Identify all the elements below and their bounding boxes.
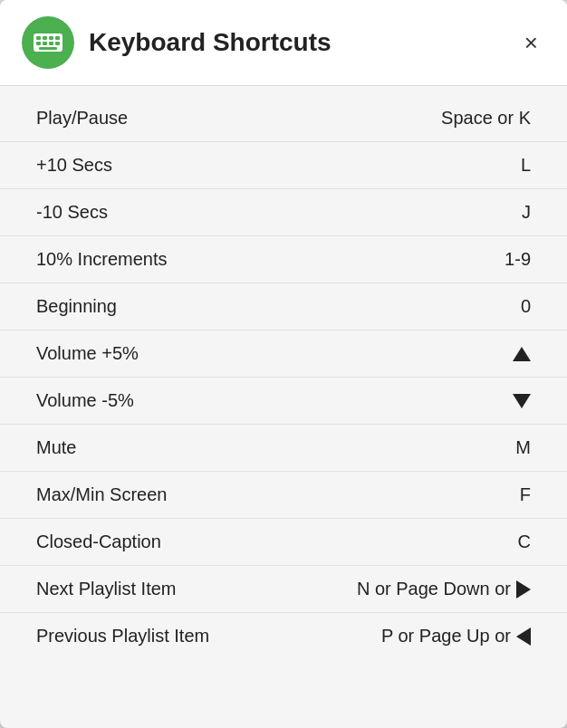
shortcut-row: Volume -5%: [0, 378, 567, 425]
modal-title: Keyboard Shortcuts: [89, 28, 332, 57]
down-arrow-icon: [513, 394, 531, 408]
left-arrow-icon: [516, 627, 531, 646]
svg-rect-8: [55, 42, 60, 45]
shortcut-label: Mute: [36, 437, 76, 458]
shortcut-label: Closed-Caption: [36, 532, 161, 552]
shortcut-label: Play/Pause: [36, 108, 128, 129]
svg-rect-3: [49, 36, 53, 40]
shortcut-label: Next Playlist Item: [36, 579, 176, 599]
shortcut-label: +10 Secs: [36, 155, 112, 176]
shortcut-label: -10 Secs: [36, 202, 108, 223]
close-button[interactable]: ×: [517, 27, 545, 58]
shortcut-label: Max/Min Screen: [36, 484, 168, 505]
shortcut-key: J: [522, 202, 531, 223]
shortcut-row: Closed-CaptionC: [0, 519, 567, 566]
shortcut-row: 10% Increments1-9: [0, 236, 567, 283]
keyboard-icon: [22, 16, 74, 69]
svg-rect-9: [39, 47, 57, 50]
shortcut-row: Previous Playlist ItemP or Page Up or: [0, 613, 567, 659]
svg-rect-7: [49, 42, 53, 45]
shortcut-key: P or Page Up or: [381, 626, 531, 647]
shortcuts-list: Play/PauseSpace or K+10 SecsL-10 SecsJ10…: [0, 86, 567, 668]
shortcut-key: 0: [521, 296, 531, 317]
shortcut-row: Max/Min ScreenF: [0, 472, 567, 519]
svg-rect-1: [36, 36, 41, 40]
shortcut-key: C: [518, 532, 531, 552]
shortcut-row: Next Playlist ItemN or Page Down or: [0, 566, 567, 613]
shortcut-key: L: [521, 155, 531, 176]
up-arrow-icon: [513, 347, 531, 361]
shortcut-label: Volume +5%: [36, 343, 139, 364]
svg-rect-6: [43, 42, 47, 45]
shortcut-key: Space or K: [441, 108, 531, 129]
header-left: Keyboard Shortcuts: [22, 16, 332, 69]
shortcut-label: Previous Playlist Item: [36, 626, 209, 647]
shortcut-key: [513, 347, 531, 361]
svg-rect-5: [36, 42, 41, 45]
shortcut-key: [513, 394, 531, 408]
shortcut-label: 10% Increments: [36, 249, 168, 270]
keyboard-shortcuts-modal: Keyboard Shortcuts × Play/PauseSpace or …: [0, 0, 567, 728]
shortcut-key: F: [520, 484, 531, 505]
shortcut-label: Beginning: [36, 296, 117, 317]
shortcut-label: Volume -5%: [36, 390, 134, 411]
shortcut-row: MuteM: [0, 425, 567, 472]
shortcut-key: N or Page Down or: [357, 579, 531, 599]
shortcut-key: M: [515, 437, 531, 458]
svg-rect-2: [43, 36, 47, 40]
shortcut-key: 1-9: [505, 249, 531, 270]
svg-rect-4: [55, 36, 60, 40]
keyboard-svg: [32, 26, 64, 59]
shortcut-row: Volume +5%: [0, 330, 567, 378]
modal-header: Keyboard Shortcuts ×: [0, 0, 567, 86]
shortcut-row: Beginning0: [0, 283, 567, 330]
shortcut-row: Play/PauseSpace or K: [0, 95, 567, 142]
right-arrow-icon: [516, 580, 531, 599]
shortcut-row: +10 SecsL: [0, 142, 567, 189]
shortcut-row: -10 SecsJ: [0, 189, 567, 236]
